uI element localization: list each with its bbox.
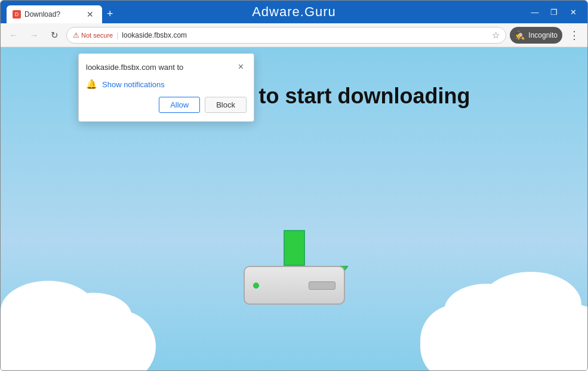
tab-close-button[interactable]: ✕ — [84, 8, 96, 20]
not-secure-indicator: ⚠ Not secure — [73, 31, 113, 39]
popup-buttons: Allow Block — [79, 97, 254, 121]
forward-button[interactable]: → — [26, 27, 42, 44]
tab-title: Download? — [24, 10, 81, 19]
bookmark-icon[interactable]: ☆ — [492, 30, 500, 41]
bell-icon: 🔔 — [86, 79, 97, 90]
title-bar: D Download? ✕ + Adware.Guru — ❐ ✕ — [1, 1, 587, 23]
reload-button[interactable]: ↻ — [46, 27, 63, 44]
not-secure-label: Not secure — [81, 32, 113, 39]
window-controls: — ❐ ✕ — [527, 4, 581, 20]
show-notifications-link[interactable]: Show notifications — [102, 80, 165, 89]
popup-title: lookaside.fbsbx.com want to — [86, 63, 183, 72]
incognito-button[interactable]: 🕵 Incognito — [510, 27, 562, 44]
toolbar: ← → ↻ ⚠ Not secure | lookaside.fbsbx.com… — [1, 23, 587, 47]
cloud-right — [420, 305, 587, 370]
tab-favicon: D — [13, 10, 21, 19]
back-button[interactable]: ← — [5, 27, 22, 44]
active-tab[interactable]: D Download? ✕ — [7, 5, 102, 23]
page-content: Click "Allow" to start downloading — [1, 47, 587, 370]
popup-close-button[interactable]: × — [235, 61, 247, 73]
address-separator: | — [116, 31, 118, 39]
browser-window: D Download? ✕ + Adware.Guru — ❐ ✕ ← → ↻ … — [0, 0, 588, 371]
close-button[interactable]: ✕ — [565, 4, 581, 20]
notification-popup: lookaside.fbsbx.com want to × 🔔 Show not… — [78, 53, 254, 122]
hdd-slot — [309, 281, 335, 290]
incognito-label: Incognito — [528, 31, 558, 39]
address-bar[interactable]: ⚠ Not secure | lookaside.fbsbx.com ☆ — [66, 27, 506, 44]
popup-notification-row: 🔔 Show notifications — [79, 76, 254, 97]
download-illustration — [244, 230, 345, 305]
new-tab-button[interactable]: + — [102, 8, 118, 20]
block-button[interactable]: Block — [205, 97, 247, 113]
incognito-icon: 🕵 — [515, 30, 525, 40]
popup-header: lookaside.fbsbx.com want to × — [79, 54, 254, 76]
tab-area: D Download? ✕ + — [7, 1, 522, 23]
restore-button[interactable]: ❐ — [546, 4, 562, 20]
hdd — [244, 266, 345, 305]
arrow-shaft — [284, 230, 305, 266]
minimize-button[interactable]: — — [527, 4, 543, 20]
allow-button[interactable]: Allow — [159, 97, 200, 113]
down-arrow-group — [284, 230, 305, 266]
menu-button[interactable]: ⋮ — [566, 27, 583, 44]
warning-icon: ⚠ — [73, 31, 79, 39]
cloud-left — [1, 311, 156, 370]
hdd-light — [253, 283, 259, 289]
url-text: lookaside.fbsbx.com — [122, 31, 488, 39]
